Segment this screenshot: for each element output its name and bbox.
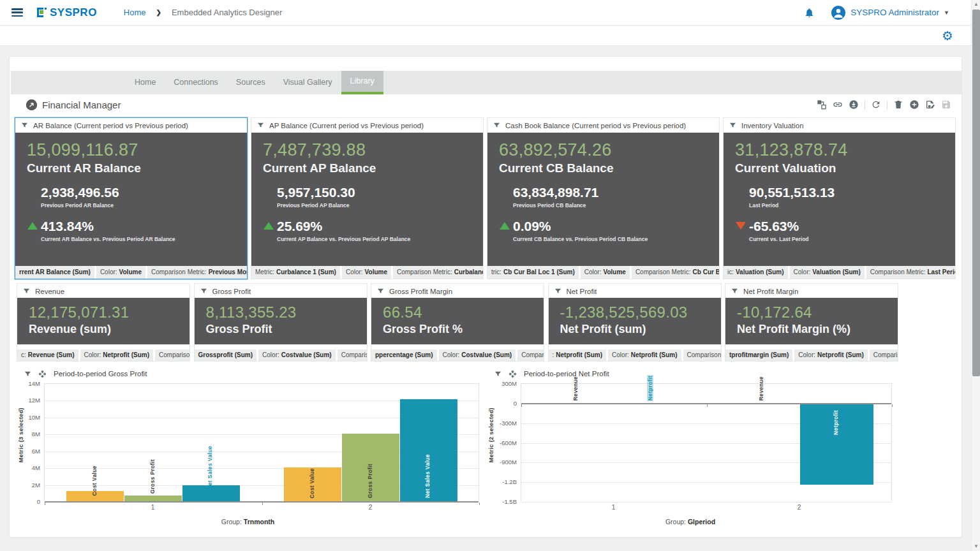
footer-chip-label: Color: (346, 268, 363, 276)
kpi-card[interactable]: AP Balance (Current period vs Previous p… (251, 117, 484, 279)
notifications-bell-icon[interactable] (804, 7, 815, 18)
filter-funnel-icon[interactable] (257, 122, 264, 129)
move-handle-icon[interactable] (38, 370, 47, 378)
tab-visual-gallery[interactable]: Visual Gallery (274, 71, 341, 94)
card-footer: ic:Valuation (Sum)Color:Valuation (Sum)C… (724, 266, 955, 279)
footer-chip-value: Cb Cur Bal Loc 2 (Sum) (693, 268, 719, 276)
filter-funnel-icon[interactable] (729, 122, 736, 129)
tab-connections[interactable]: Connections (165, 71, 227, 94)
card-title: Net Profit Margin (743, 288, 798, 295)
card-footer-chip: Comparison Metric: (155, 349, 189, 361)
card-footer-chip: Comparison Metric:Previous Month AR Bala… (147, 266, 247, 279)
footer-chip-label: Color: (584, 268, 602, 276)
tab-sources[interactable]: Sources (227, 71, 274, 94)
footer-chip-value: Volume (603, 268, 625, 276)
kpi-primary-value: 63,892,574.26 (499, 140, 708, 160)
chart-title: Period-to-period Gross Profit (54, 370, 147, 378)
kpi-body: -1,238,525,569.03 Net Profit (sum) (549, 298, 721, 344)
footer-chip-label: Comparison Metric: (873, 351, 898, 358)
link-icon[interactable] (833, 99, 843, 110)
kpi-card[interactable]: Inventory Valuation 31,123,878.74 Curren… (723, 117, 956, 279)
kpi-card[interactable]: Net Profit Margin -10,172.64 Net Profit … (725, 283, 898, 362)
kpi-primary-label: Current Valuation (735, 161, 944, 175)
card-footer-chip: Color:Netprofit (Sum) (608, 349, 681, 361)
kpi-card[interactable]: Cash Book Balance (Current period vs Pre… (487, 117, 720, 279)
kpi-delta-label: Current CB Balance vs. Previous Period C… (513, 236, 708, 242)
kpi-comparison-label: Previous Period CB Balance (513, 202, 708, 209)
move-handle-icon[interactable] (509, 370, 517, 378)
tab-library[interactable]: Library (341, 71, 383, 94)
card-footer-chip: ppercentage (Sum) (371, 349, 437, 361)
bar-label: Revenue (572, 376, 579, 400)
footer-chip-label: Comparison Metric: (397, 268, 452, 276)
footer-chip-label: Comparison Metric: (870, 268, 926, 276)
card-footer-chip: c:Revenue (Sum) (17, 349, 78, 361)
scroll-down-icon[interactable]: ▼ (972, 542, 980, 551)
filter-funnel-icon[interactable] (24, 371, 31, 378)
settings-gear-icon[interactable]: ⚙ (942, 29, 953, 43)
filter-funnel-icon[interactable] (731, 288, 738, 295)
footer-chip-value: Volume (365, 268, 387, 276)
vertical-scrollbar[interactable]: ▲ ▼ (971, 0, 980, 551)
card-footer-chip: :Netprofit (Sum) (549, 349, 607, 361)
kpi-primary-label: Gross Profit % (383, 323, 532, 336)
breadcrumb-home-link[interactable]: Home (124, 8, 146, 17)
add-circle-icon[interactable] (909, 99, 919, 110)
scroll-up-icon[interactable]: ▲ (972, 0, 980, 9)
filter-funnel-icon[interactable] (494, 371, 501, 378)
card-footer: rrent AR Balance (Sum)Color:VolumeCompar… (15, 266, 247, 279)
kpi-card[interactable]: Gross Profit Margin 66.54 Gross Profit %… (371, 283, 544, 362)
trash-icon[interactable] (893, 99, 903, 110)
kpi-comparison-label: Last Period (749, 202, 944, 209)
bar-label: Netprofit (833, 410, 839, 435)
syspro-logo-icon (37, 8, 47, 17)
filter-funnel-icon[interactable] (21, 122, 28, 129)
axis-tick (707, 404, 708, 407)
kpi-primary-value: -1,238,525,569.03 (560, 304, 709, 321)
kpi-primary-value: 15,099,116.87 (27, 140, 235, 160)
hamburger-menu-icon[interactable] (11, 8, 23, 17)
filter-funnel-icon[interactable] (377, 288, 384, 295)
kpi-primary-label: Current CB Balance (499, 161, 708, 175)
card-title: Net Profit (567, 288, 597, 295)
footer-chip-value: Netprofit (Sum) (817, 351, 864, 358)
caret-down-icon[interactable]: ▼ (944, 10, 949, 16)
card-footer-chip: Color:Valuation (Sum) (790, 266, 865, 279)
dashboard-launch-icon[interactable] (26, 99, 37, 110)
user-menu[interactable]: SYSPRO Administrator (850, 8, 939, 17)
download-icon[interactable] (849, 99, 859, 110)
filter-funnel-icon[interactable] (23, 288, 30, 295)
scrollbar-thumb[interactable] (972, 10, 980, 376)
card-title: Revenue (35, 288, 64, 295)
filter-funnel-icon[interactable] (554, 288, 561, 295)
card-title: AR Balance (Current period vs Previous p… (33, 122, 188, 129)
gridline (521, 502, 891, 503)
footer-chip-value: Cb Cur Bal Loc 1 (Sum) (503, 268, 575, 276)
kpi-card[interactable]: Gross Profit 8,113,355.23 Gross Profit G… (194, 283, 368, 362)
axis-tick (892, 404, 893, 407)
kpi-card[interactable]: Revenue 12,175,071.31 Revenue (sum) c:Re… (17, 283, 190, 362)
kpi-body: -10,172.64 Net Profit Margin (%) (725, 298, 898, 344)
kpi-card[interactable]: AR Balance (Current period vs Previous p… (15, 117, 248, 279)
flow-icon[interactable] (817, 99, 827, 110)
footer-chip-label: Color: (262, 351, 279, 358)
footer-chip-value: Curbalance 2 (Sum) (454, 268, 483, 276)
kpi-primary-label: Gross Profit (206, 323, 355, 336)
filter-funnel-icon[interactable] (493, 122, 500, 129)
kpi-primary-value: 12,175,071.31 (29, 304, 178, 321)
designer-panel: HomeConnectionsSourcesVisual GalleryLibr… (9, 56, 962, 538)
kpi-delta-label: Current vs. Last Period (749, 236, 944, 242)
footer-chip-label: Comparison Metric: (687, 351, 721, 358)
x-axis-line (45, 501, 479, 503)
kpi-card[interactable]: Net Profit -1,238,525,569.03 Net Profit … (548, 283, 722, 362)
card-footer: c:Revenue (Sum)Color:Netprofit (Sum)Comp… (17, 349, 189, 361)
kpi-body: 12,175,071.31 Revenue (sum) (17, 298, 189, 344)
user-avatar[interactable] (831, 6, 845, 20)
filter-funnel-icon[interactable] (200, 288, 207, 295)
kpi-comparison-value: 5,957,150.30 (277, 185, 471, 200)
save-as-icon[interactable] (925, 99, 935, 110)
card-footer-chip: Color:Netprofit (Sum) (80, 349, 153, 361)
refresh-icon[interactable] (871, 99, 881, 110)
tab-home[interactable]: Home (126, 71, 165, 94)
card-footer-chip: Comparison Metric:Curbalance 2 (Sum) (393, 266, 483, 279)
